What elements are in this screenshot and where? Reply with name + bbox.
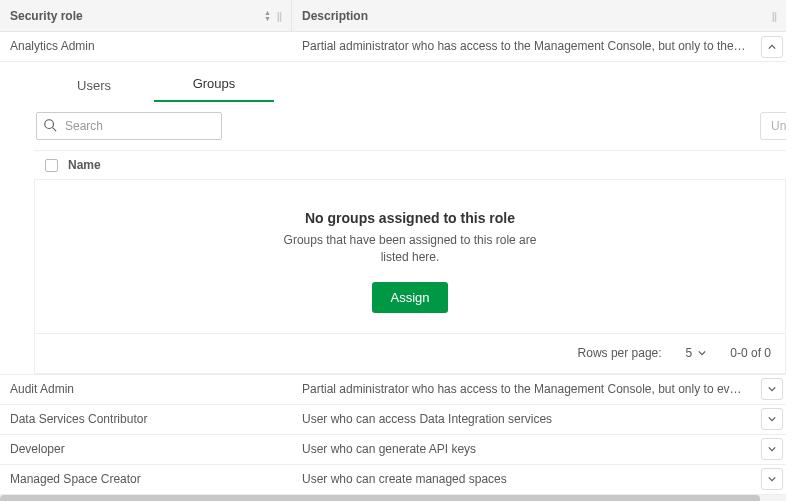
cell-description: User who can access Data Integration ser… <box>292 405 758 434</box>
table-header-row: Security role ▲▼ || Description || <box>0 0 786 32</box>
cell-role: Data Services Contributor <box>0 405 292 434</box>
column-header-label: Security role <box>10 9 83 23</box>
cell-role: Analytics Admin <box>0 32 292 61</box>
table-row: DeveloperUser who can generate API keys <box>0 435 786 465</box>
chevron-down-icon <box>698 349 706 357</box>
table-row: Data Services ContributorUser who can ac… <box>0 405 786 435</box>
svg-point-0 <box>45 120 54 129</box>
tabs: Users Groups <box>34 62 786 102</box>
groups-table-header: Name <box>34 150 786 180</box>
expand-row-button[interactable] <box>761 408 783 430</box>
assign-button[interactable]: Assign <box>372 282 447 313</box>
chevron-up-icon <box>768 43 776 51</box>
expanded-panel: Users Groups Unassign Name No groups ass… <box>0 62 786 375</box>
cell-description: Partial administrator who has access to … <box>292 32 758 61</box>
resize-handle-icon[interactable]: || <box>277 10 281 22</box>
toolbar: Unassign <box>34 102 786 150</box>
table-row: Managed Space CreatorUser who can create… <box>0 465 786 495</box>
sort-icon[interactable]: ▲▼ <box>264 10 271 22</box>
column-header-description[interactable]: Description || <box>292 0 786 31</box>
svg-line-1 <box>53 128 57 132</box>
cell-description: User who can generate API keys <box>292 435 758 464</box>
empty-state-title: No groups assigned to this role <box>45 210 775 226</box>
table-row-expanded: Analytics Admin Partial administrator wh… <box>0 32 786 62</box>
rows-per-page-label: Rows per page: <box>578 346 662 360</box>
expand-row-button[interactable] <box>761 378 783 400</box>
empty-state-message: Groups that have been assigned to this r… <box>270 232 550 266</box>
cell-role: Managed Space Creator <box>0 465 292 494</box>
chevron-down-icon <box>768 415 776 423</box>
chevron-down-icon <box>768 475 776 483</box>
scroll-viewport[interactable]: Security role ▲▼ || Description || Analy… <box>0 0 800 501</box>
rows-per-page-select[interactable]: 5 <box>686 346 707 360</box>
cell-description: User who can create managed spaces <box>292 465 758 494</box>
unassign-button[interactable]: Unassign <box>760 112 786 140</box>
expand-row-button[interactable] <box>761 438 783 460</box>
chevron-down-icon <box>768 445 776 453</box>
select-all-checkbox[interactable] <box>34 159 68 172</box>
column-header-label: Description <box>302 9 368 23</box>
rows-range-label: 0-0 of 0 <box>730 346 771 360</box>
search-icon <box>43 118 57 135</box>
collapse-row-button[interactable] <box>761 36 783 58</box>
empty-state: No groups assigned to this role Groups t… <box>34 180 786 334</box>
cell-role: Developer <box>0 435 292 464</box>
tab-groups[interactable]: Groups <box>154 66 274 102</box>
search-field-wrap <box>36 112 222 140</box>
resize-handle-icon[interactable]: || <box>772 10 776 22</box>
horizontal-scrollbar[interactable] <box>0 495 786 501</box>
column-header-name: Name <box>68 158 101 172</box>
column-header-security-role[interactable]: Security role ▲▼ || <box>0 0 292 31</box>
chevron-down-icon <box>768 385 776 393</box>
tab-users[interactable]: Users <box>34 68 154 102</box>
unassign-button-clipped: Unassign <box>760 112 786 140</box>
rows-per-page-value: 5 <box>686 346 693 360</box>
cell-role: Audit Admin <box>0 375 292 404</box>
expand-row-button[interactable] <box>761 468 783 490</box>
inner-pagination: Rows per page: 5 0-0 of 0 <box>34 334 786 374</box>
scrollbar-thumb[interactable] <box>0 495 760 501</box>
cell-description: Partial administrator who has access to … <box>292 375 758 404</box>
search-input[interactable] <box>36 112 222 140</box>
table-row: Audit AdminPartial administrator who has… <box>0 375 786 405</box>
